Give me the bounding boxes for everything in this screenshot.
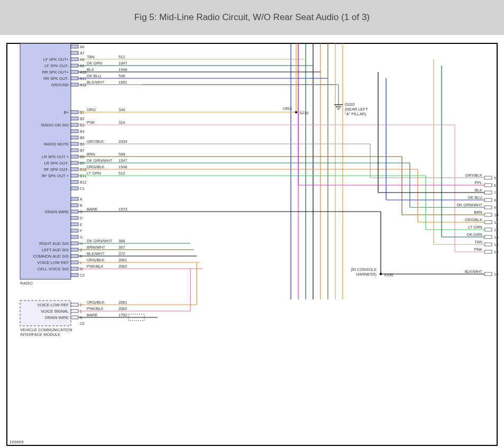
- svg-text:G203: G203: [345, 102, 354, 107]
- svg-text:DK GRN/WHT: DK GRN/WHT: [87, 158, 113, 163]
- svg-text:1792: 1792: [118, 313, 127, 317]
- svg-text:599: 599: [118, 152, 125, 157]
- svg-text:12: 12: [494, 227, 498, 232]
- svg-text:DK GRN: DK GRN: [467, 232, 482, 237]
- svg-text:C2: C2: [80, 322, 85, 325]
- svg-rect-116: [71, 242, 78, 245]
- svg-rect-98: [71, 197, 78, 200]
- svg-text:2062: 2062: [118, 306, 127, 311]
- svg-rect-102: [71, 210, 78, 213]
- svg-text:DK GRN/WHT: DK GRN/WHT: [87, 239, 113, 243]
- svg-text:G: G: [80, 235, 83, 239]
- svg-text:2061: 2061: [118, 300, 127, 305]
- svg-text:B2: B2: [80, 117, 85, 121]
- svg-text:D: D: [80, 216, 83, 220]
- svg-text:INTERFACE MODULE: INTERFACE MODULE: [20, 332, 60, 337]
- svg-text:LR SPK OUT +: LR SPK OUT +: [42, 154, 69, 159]
- svg-rect-10: [71, 45, 78, 48]
- svg-rect-244: [71, 303, 78, 306]
- svg-text:BLK/WHT: BLK/WHT: [87, 80, 105, 85]
- svg-rect-190: [484, 235, 492, 239]
- svg-rect-94: [71, 180, 78, 184]
- svg-text:RF SPK OUT +: RF SPK OUT +: [42, 174, 69, 178]
- svg-text:BRN: BRN: [474, 210, 482, 215]
- svg-text:VEHICLE COMMUNICATION: VEHICLE COMMUNICATION: [20, 327, 72, 332]
- svg-text:15: 15: [494, 250, 498, 254]
- svg-rect-88: [71, 174, 78, 177]
- svg-rect-82: [71, 168, 78, 171]
- diagram-canvas: A6A7A8LF SPK OUT+TAN511A9LF SPK OUT-DK G…: [0, 35, 504, 447]
- svg-text:DRAIN WIRE: DRAIN WIRE: [45, 315, 69, 320]
- svg-text:5: 5: [494, 176, 496, 180]
- svg-text:DK GRN/WHT: DK GRN/WHT: [457, 203, 483, 207]
- svg-rect-114: [71, 235, 78, 239]
- svg-text:HARNESS): HARNESS): [356, 272, 377, 277]
- svg-text:LR SPK OUT-: LR SPK OUT-: [44, 161, 69, 166]
- svg-text:GROUND: GROUND: [51, 83, 69, 87]
- svg-text:RR SPK OUT-: RR SPK OUT-: [43, 76, 69, 81]
- svg-text:(NEAR LEFT: (NEAR LEFT: [345, 107, 368, 112]
- svg-rect-58: [71, 130, 78, 133]
- svg-rect-96: [71, 187, 78, 190]
- svg-rect-60: [71, 136, 78, 139]
- svg-text:512: 512: [118, 171, 125, 176]
- svg-text:BLK: BLK: [87, 67, 94, 72]
- svg-rect-196: [484, 250, 492, 253]
- svg-rect-199: [484, 272, 492, 276]
- svg-text:B+: B+: [64, 110, 69, 115]
- svg-rect-122: [71, 248, 78, 251]
- svg-rect-128: [71, 254, 78, 258]
- svg-text:6: 6: [494, 183, 496, 188]
- svg-text:511: 511: [118, 54, 125, 59]
- svg-text:LEFT AUD SIG: LEFT AUD SIG: [42, 248, 69, 252]
- svg-text:RIGHT AUD SIG: RIGHT AUD SIG: [39, 241, 69, 246]
- svg-rect-184: [484, 221, 492, 224]
- svg-text:8: 8: [494, 198, 496, 203]
- svg-text:DK BLU: DK BLU: [468, 195, 482, 200]
- svg-text:ORG: ORG: [283, 106, 292, 111]
- wiring-diagram-svg: A6A7A8LF SPK OUT+TAN511A9LF SPK OUT-DK G…: [0, 35, 504, 447]
- svg-text:16: 16: [494, 272, 498, 277]
- svg-text:1947: 1947: [118, 61, 127, 66]
- svg-text:A7: A7: [80, 51, 85, 55]
- svg-rect-172: [484, 191, 492, 194]
- svg-text:BARE: BARE: [87, 313, 97, 317]
- svg-text:314: 314: [118, 120, 125, 125]
- svg-text:(IN CONSOLE: (IN CONSOLE: [351, 267, 377, 272]
- svg-text:BARE: BARE: [87, 207, 97, 212]
- svg-text:PNK/BLK: PNK/BLK: [87, 264, 104, 269]
- svg-rect-110: [71, 223, 78, 226]
- svg-text:11: 11: [494, 220, 498, 225]
- svg-rect-20: [71, 64, 78, 67]
- svg-rect-32: [71, 77, 78, 80]
- svg-text:RADIO: RADIO: [20, 281, 33, 286]
- svg-text:RF SPK OUT-: RF SPK OUT-: [44, 167, 69, 172]
- svg-text:546: 546: [118, 74, 125, 78]
- svg-text:C1: C1: [80, 187, 85, 190]
- svg-rect-26: [71, 70, 78, 74]
- svg-text:1546: 1546: [118, 165, 127, 169]
- figure-title: Fig 5: Mid-Line Radio Circuit, W/O Rear …: [134, 12, 370, 23]
- svg-text:10: 10: [494, 213, 498, 217]
- svg-text:RADIO ON SIG: RADIO ON SIG: [41, 123, 69, 127]
- svg-rect-52: [71, 123, 78, 126]
- svg-rect-256: [71, 316, 78, 319]
- svg-text:13: 13: [494, 235, 498, 240]
- svg-text:340: 340: [118, 107, 125, 112]
- svg-rect-181: [484, 213, 492, 216]
- svg-text:B7: B7: [80, 149, 85, 152]
- svg-text:TAN: TAN: [475, 240, 482, 244]
- svg-text:BRN/WHT: BRN/WHT: [87, 245, 105, 250]
- svg-text:LF SPK OUT-: LF SPK OUT-: [44, 63, 69, 68]
- svg-text:DRAIN WIRE: DRAIN WIRE: [45, 209, 69, 214]
- svg-text:ORG: ORG: [87, 107, 96, 112]
- svg-text:BRN: BRN: [87, 152, 95, 157]
- svg-text:1573: 1573: [118, 207, 127, 212]
- svg-rect-14: [71, 58, 78, 61]
- svg-text:VOICE LOW REF: VOICE LOW REF: [37, 303, 69, 307]
- svg-rect-134: [71, 261, 78, 264]
- svg-text:VOICE LOW REF: VOICE LOW REF: [37, 260, 69, 265]
- svg-text:9: 9: [494, 205, 496, 210]
- svg-text:B: B: [80, 204, 83, 207]
- svg-rect-108: [71, 216, 78, 220]
